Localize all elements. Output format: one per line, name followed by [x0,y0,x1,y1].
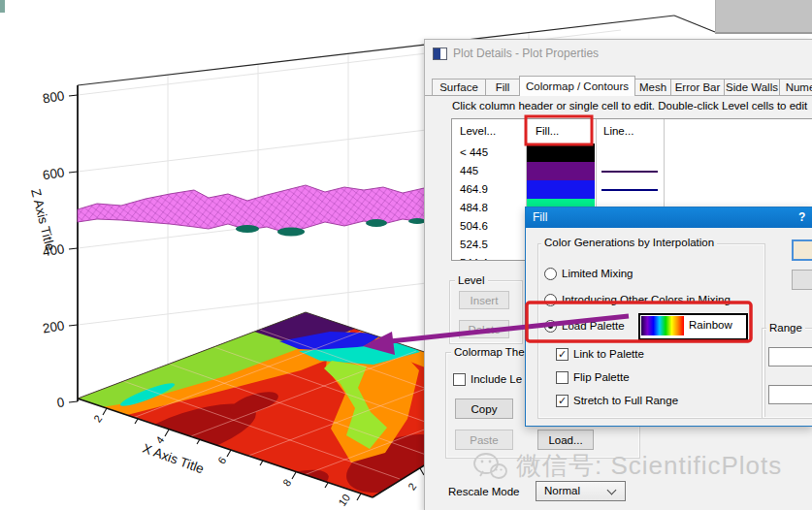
fill-swatch[interactable] [527,180,595,199]
other-colors-mixing-radio[interactable] [544,294,557,306]
copy-button[interactable]: Copy [455,398,513,419]
x-tick-8: 8 [280,477,293,489]
tab-side-walls[interactable]: Side Walls [724,79,780,95]
column-header-level[interactable]: Level... [460,119,496,143]
range-group-label: Range [766,322,805,334]
line-style-sample[interactable] [601,189,658,191]
link-to-palette-checkbox[interactable]: ✓ [556,348,568,361]
rescale-mode-value: Normal [544,485,580,496]
palette-name: Rainbow [689,319,732,331]
z-axis-title: Z Axis Title [28,187,57,252]
load-palette-label: Load Palette [562,320,625,332]
table-instruction: Click column header or single cell to ed… [452,100,807,112]
fill-swatch[interactable] [527,162,595,180]
x-tick-6: 6 [215,455,228,466]
screenshot-root: 800 600 400 200 0 Z Axis Title [0,0,812,510]
limited-mixing-radio[interactable] [544,268,557,280]
level-cell[interactable]: < 445 [460,143,518,162]
level-cell[interactable]: 524.5 [460,236,518,254]
level-cell[interactable]: 544.4 [460,254,518,261]
tab-colormap-contours[interactable]: Colormap / Contours [519,76,635,96]
delete-button[interactable]: Delete [459,320,509,338]
level-group-label: Level [455,274,488,286]
palette-gradient [641,316,684,335]
window-corner-fragment [0,0,5,13]
fill-swatch[interactable] [527,143,595,162]
fill-dialog: Fill ? Color Generations by Interpolatio… [525,207,812,427]
tab-surface[interactable]: Surface [432,79,486,95]
tab-numeric[interactable]: Nume [779,79,812,95]
load-palette-radio[interactable] [544,320,557,333]
level-cell[interactable]: 504.6 [460,217,518,236]
watermark: 微信号: ScientificPlots [472,449,782,483]
paste-button[interactable]: Paste [455,430,513,450]
colormap-theme-group-label: Colormap Them [451,346,536,358]
x-tick-10: 10 [336,492,352,508]
plot-details-title: Plot Details - Plot Properties [453,47,599,60]
rescale-mode-label: Rescale Mode [448,486,520,497]
watermark-text: 微信号: ScientificPlots [516,449,782,483]
background-window-block [715,0,812,34]
fill-dialog-titlebar[interactable]: Fill ? [526,207,812,228]
load-button[interactable]: Load... [537,430,594,450]
fill-dialog-title: Fill [533,210,547,224]
cancel-button-fragment[interactable] [792,270,812,290]
link-to-palette-label: Link to Palette [573,348,644,360]
flip-palette-checkbox[interactable] [556,371,568,384]
include-level-label: Include Le [471,373,522,385]
x-tick-2: 2 [91,413,104,425]
column-header-fill[interactable]: Fill... [536,119,559,143]
level-cell[interactable]: 445 [460,162,518,180]
level-cell[interactable]: 484.8 [460,199,518,217]
tab-error-bar[interactable]: Error Bar [670,79,725,95]
limited-mixing-label: Limited Mixing [562,268,633,279]
z-axis: 800 600 400 200 0 Z Axis Title [28,85,78,410]
stretch-full-range-checkbox[interactable]: ✓ [556,395,568,407]
z-tick-0: 0 [56,395,66,410]
palette-preview[interactable]: Rainbow [638,313,748,340]
include-level-checkbox[interactable] [453,373,466,386]
ok-button-fragment[interactable] [792,239,812,261]
level-cell[interactable]: 464.9 [460,180,518,199]
range-from-input[interactable] [768,347,812,367]
wechat-icon [472,452,507,481]
other-colors-mixing-label: Introducing Other Colors in Mixing [562,294,731,305]
tab-fill[interactable]: Fill [485,79,520,95]
line-style-sample[interactable] [601,171,658,173]
color-generation-group-label: Color Generations by Interpolation [541,237,717,248]
x-axis-title: X Axis Title [141,441,206,477]
z-tick-800: 800 [42,88,66,106]
z-tick-200: 200 [42,318,66,335]
y-tick-2: 2 [406,481,418,493]
rescale-mode-dropdown[interactable]: Normal [536,481,626,501]
column-header-line[interactable]: Line... [603,119,633,143]
insert-button[interactable]: Insert [459,291,509,309]
help-icon[interactable]: ? [798,210,805,224]
range-to-input[interactable] [768,385,812,404]
stretch-full-range-label: Stretch to Full Range [573,395,678,406]
plot-details-titlebar[interactable]: Plot Details - Plot Properties [425,40,812,69]
flip-palette-label: Flip Palette [573,371,630,383]
chevron-down-icon [607,486,617,495]
z-tick-600: 600 [42,165,66,182]
plot-details-icon [433,48,447,60]
range-group-box [762,328,812,419]
tab-mesh[interactable]: Mesh [634,79,671,95]
